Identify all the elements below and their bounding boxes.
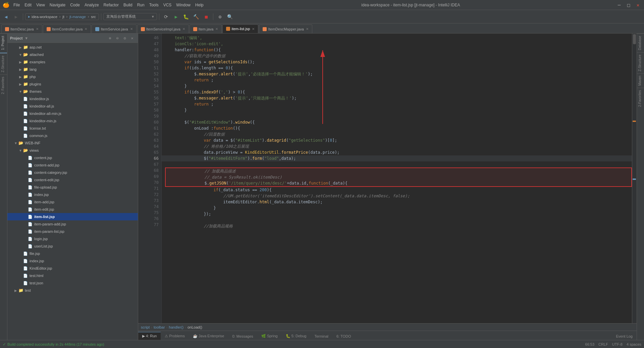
tree-item-login-jsp[interactable]: ▶ 📄 login.jsp (7, 235, 138, 242)
panel-collapse-btn[interactable]: ⊖ (114, 35, 120, 41)
tab-close-itemdescmapper[interactable]: ✕ (306, 27, 309, 31)
tree-item-test-json[interactable]: ▶ 📄 test.json (7, 279, 138, 287)
code-line-56[interactable]: $.messager.alert('提示','只能选择一个商品！'); (162, 95, 632, 101)
tree-item-aspnet[interactable]: ▶ 📁 asp.net (7, 44, 138, 51)
code-line-49[interactable]: //获取用户选中的数据 (162, 53, 632, 59)
tab-close-itemserviceimpl[interactable]: ✕ (182, 27, 185, 31)
tab-favorites[interactable]: 2: Favorites (0, 74, 7, 96)
tab-project[interactable]: 1: Project (0, 33, 7, 53)
tree-item-examples[interactable]: ▶ 📁 examples (7, 58, 138, 66)
code-line-66[interactable]: $("#itemeEditForm").form("load",data); (162, 155, 632, 161)
right-tab-database[interactable]: Database (637, 33, 644, 52)
tab-close-item[interactable]: ✕ (215, 27, 218, 31)
tree-item-themes[interactable]: ▼ 📂 themes (7, 88, 138, 95)
code-line-68[interactable]: // 加载商品描述 (166, 168, 631, 174)
tree-item-webinf[interactable]: ▼ 📂 WEB-INF (7, 139, 138, 147)
bottom-tab-terminal[interactable]: Terminal (310, 332, 332, 340)
scrollbar-thumb[interactable] (633, 34, 636, 44)
right-tab-maven[interactable]: Maven (637, 73, 644, 88)
bottom-tab-problems[interactable]: ⚠ Problems (161, 332, 189, 340)
code-line-64[interactable]: // 将价格/100之后展现 (162, 143, 632, 149)
debug-button[interactable]: 🐛 (181, 12, 191, 21)
tree-item-index-views-jsp[interactable]: ▶ 📄 index.jsp (7, 191, 138, 198)
code-line-71[interactable]: if(_data.status == 200){ (162, 187, 632, 193)
bottom-tab-javaent[interactable]: ☕ Java Enterprise (189, 332, 228, 340)
tab-close-itemcontroller[interactable]: ✕ (85, 27, 87, 31)
build-button[interactable]: 🔨 (192, 12, 201, 21)
code-line-58[interactable]: } (162, 107, 632, 113)
menu-window[interactable]: Window (174, 2, 193, 8)
code-line-55[interactable]: if(ids.indexOf(',') > 0){ (162, 89, 632, 95)
tree-item-test-folder[interactable]: ▶ 📁 test (7, 287, 138, 294)
tab-itemserviceimpl[interactable]: ItemServiceImpl.java ✕ (137, 24, 189, 33)
code-line-48[interactable]: handler:function(){ (162, 47, 632, 53)
tab-item[interactable]: Item.java ✕ (190, 24, 222, 33)
code-line-57[interactable]: return ; (162, 101, 632, 107)
code-line-70[interactable]: $.getJSON('/item/query/item/desc/'+data.… (166, 180, 631, 186)
tree-item-views[interactable]: ▼ 📂 views (7, 147, 138, 154)
tree-item-itemadd-jsp[interactable]: ▶ 📄 item-add.jsp (7, 198, 138, 206)
tree-item-itemedit-jsp[interactable]: ▶ 📄 item-edit.jsp (7, 206, 138, 213)
tree-item-lang[interactable]: ▶ 📁 lang (7, 66, 138, 73)
right-tab-favorites[interactable]: 2-Favorites (637, 88, 644, 109)
menu-code[interactable]: Code (68, 2, 82, 8)
code-line-51[interactable]: if(ids.length == 0){ (162, 65, 632, 71)
settings-button[interactable]: ⚙ (215, 12, 225, 21)
maximize-button[interactable]: □ (625, 2, 632, 8)
menu-help[interactable]: Help (193, 2, 206, 8)
breadcrumb-nav[interactable]: ▶ idea-workspace › jt › jt-manage › src (25, 13, 99, 20)
bottom-tab-eventlog[interactable]: Event Log (612, 332, 637, 340)
close-button[interactable]: ✕ (635, 2, 641, 8)
code-line-54[interactable]: } (162, 83, 632, 89)
code-line-52[interactable]: $.messager.alert('提示','必须选择一个商品才能编辑！'); (162, 71, 632, 77)
stop-button[interactable]: ■ (202, 12, 211, 21)
project-dropdown[interactable]: 京淘后台管理系统 ▼ (103, 13, 157, 20)
tree-item-common-js[interactable]: ▶ 📄 common.js (7, 132, 138, 139)
code-line-74[interactable]: } (162, 205, 632, 211)
sync-button[interactable]: ⟳ (161, 12, 171, 21)
scrollbar-track[interactable] (632, 45, 637, 323)
tree-item-attached[interactable]: ▼ 📂 attached (7, 51, 138, 58)
tree-item-itemlist-jsp[interactable]: ▶ 📄 item-list.jsp (7, 213, 138, 220)
code-line-53[interactable]: return ; (162, 77, 632, 83)
panel-settings-btn[interactable]: ⚙ (122, 35, 128, 41)
forward-button[interactable]: ▶ (11, 12, 21, 21)
code-line-59[interactable] (162, 113, 632, 119)
code-line-63[interactable]: var data = $("#itemList").datagrid("getS… (162, 137, 632, 143)
bottom-tab-run[interactable]: ▶ 4: Run (138, 332, 161, 340)
tree-item-kindeditor-js[interactable]: ▶ 📄 kindeditor.js (7, 95, 138, 102)
tree-item-plugins[interactable]: ▶ 📁 plugins (7, 80, 138, 88)
menu-run[interactable]: Run (135, 2, 147, 8)
tree-item-file-jsp[interactable]: ▶ 📄 file.jsp (7, 250, 138, 257)
tree-item-itemparamadd-jsp[interactable]: ▶ 📄 item-param-add.jsp (7, 220, 138, 228)
code-line-65[interactable]: data.priceView = KindEditorUtil.formatPr… (162, 149, 632, 155)
back-button[interactable]: ◀ (1, 12, 11, 21)
tree-item-kindeditor-all-min-js[interactable]: ▶ 📄 kindeditor-all-min.js (7, 110, 138, 117)
panel-close-btn[interactable]: ✕ (129, 35, 135, 41)
code-line-69[interactable]: //_data = SysResult.ok(itemDesc) (166, 174, 631, 180)
tab-close-itemlist[interactable]: ✕ (252, 27, 255, 31)
menu-bar[interactable]: File Edit View Navigate Code Analyze Ref… (11, 2, 206, 8)
menu-tools[interactable]: Tools (147, 2, 161, 8)
tree-item-license[interactable]: ▶ 📄 license.txt (7, 125, 138, 132)
tree-item-kindeditor-min-js[interactable]: ▶ 📄 kindeditor-min.js (7, 117, 138, 125)
tab-itemdesc[interactable]: ItemDesc.java ✕ (1, 24, 42, 33)
tree-item-contentedit-jsp[interactable]: ▶ 📄 content-edit.jsp (7, 176, 138, 184)
menu-view[interactable]: View (34, 2, 47, 8)
tree-item-test-html[interactable]: ▶ 📄 test.html (7, 272, 138, 279)
code-line-67[interactable] (162, 161, 632, 167)
code-line-47[interactable]: iconCls:'icon-edit', (162, 41, 632, 47)
tab-itemlist[interactable]: item-list.jsp ✕ (222, 24, 258, 33)
bottom-tab-messages[interactable]: 0: Messages (228, 332, 257, 340)
code-line-60[interactable]: $("#itemEditWindow").window({ (162, 119, 632, 125)
tab-itemdescmapper[interactable]: ItemDescMapper.java ✕ (259, 24, 312, 33)
menu-build[interactable]: Build (121, 2, 135, 8)
tab-itemcontroller[interactable]: ItemController.java ✕ (43, 24, 91, 33)
menu-vcs[interactable]: VCS (161, 2, 174, 8)
search-button[interactable]: 🔍 (225, 12, 235, 21)
right-tab-zstructure[interactable]: Z-Structure (637, 52, 644, 73)
tree-item-index-jsp[interactable]: ▶ 📄 index.jsp (7, 257, 138, 265)
tree-item-kindeditor-all-js[interactable]: ▶ 📄 kindeditor-all.js (7, 102, 138, 110)
tab-close-itemdesc[interactable]: ✕ (36, 27, 39, 31)
code-line-75[interactable]: }); (162, 211, 632, 217)
